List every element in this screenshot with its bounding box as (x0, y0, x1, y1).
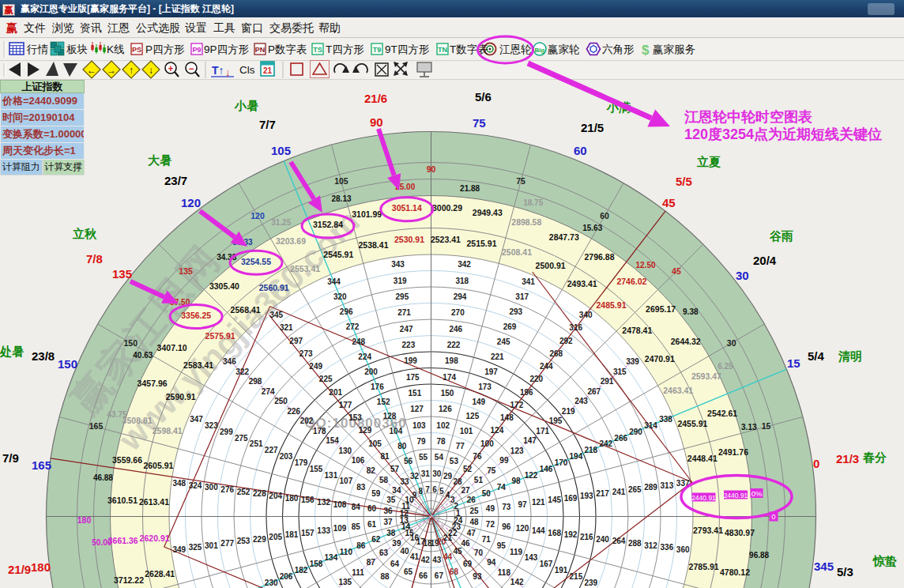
svg-text:169: 169 (564, 494, 578, 503)
svg-text:T9: T9 (373, 46, 382, 54)
svg-text:198: 198 (445, 356, 458, 365)
svg-text:271: 271 (397, 308, 411, 317)
svg-text:58: 58 (379, 476, 389, 484)
svg-text:96: 96 (502, 522, 511, 531)
svg-text:5: 5 (439, 487, 444, 496)
svg-text:15.63: 15.63 (582, 224, 602, 232)
svg-text:192: 192 (564, 530, 578, 539)
svg-text:2560.91: 2560.91 (259, 283, 289, 292)
svg-text:119: 119 (510, 548, 523, 556)
svg-text:300: 300 (205, 483, 218, 492)
svg-text:110: 110 (340, 548, 353, 556)
svg-text:3: 3 (450, 496, 455, 504)
svg-text:244: 244 (540, 362, 553, 371)
svg-text:5/3: 5/3 (837, 565, 853, 579)
svg-text:60: 60 (600, 211, 609, 220)
svg-text:267: 267 (587, 387, 601, 396)
svg-text:45: 45 (453, 547, 462, 556)
svg-text:120: 120 (250, 211, 265, 220)
svg-text:+: + (168, 63, 173, 74)
svg-text:203: 203 (280, 452, 293, 461)
svg-text:248: 248 (352, 337, 365, 346)
svg-text:0: 0 (813, 457, 819, 470)
svg-text:15: 15 (787, 356, 800, 370)
svg-text:105: 105 (368, 439, 382, 448)
svg-text:43.75: 43.75 (107, 410, 126, 419)
svg-text:338: 338 (659, 415, 672, 424)
svg-text:120: 120 (516, 524, 529, 533)
svg-text:6: 6 (432, 485, 437, 494)
svg-text:3.13: 3.13 (741, 423, 757, 432)
svg-text:318: 318 (455, 277, 469, 285)
svg-text:275: 275 (235, 434, 248, 443)
svg-text:135: 135 (112, 267, 132, 281)
svg-text:28.13: 28.13 (331, 194, 351, 203)
svg-text:130: 130 (338, 447, 352, 455)
svg-text:165: 165 (32, 458, 51, 472)
svg-text:74: 74 (497, 483, 507, 492)
svg-text:37: 37 (383, 518, 393, 526)
svg-text:131: 131 (325, 471, 338, 480)
svg-text:124: 124 (491, 426, 504, 435)
svg-text:30: 30 (432, 469, 442, 478)
svg-text:239: 239 (584, 579, 597, 587)
svg-text:23/8: 23/8 (32, 349, 55, 363)
svg-text:240: 240 (596, 535, 609, 544)
svg-text:344: 344 (327, 277, 341, 286)
svg-text:56: 56 (404, 457, 413, 466)
svg-text:147: 147 (523, 436, 537, 445)
svg-text:143: 143 (525, 553, 538, 562)
svg-text:319: 319 (394, 277, 407, 285)
svg-text:152: 152 (377, 398, 390, 406)
svg-text:73: 73 (502, 503, 511, 511)
svg-text:24: 24 (454, 516, 463, 525)
svg-text:83: 83 (356, 483, 366, 492)
svg-text:60: 60 (574, 144, 587, 157)
svg-text:21: 21 (263, 66, 273, 75)
svg-text:168: 168 (548, 529, 561, 537)
svg-text:337: 337 (676, 479, 690, 488)
svg-text:谷雨: 谷雨 (769, 229, 793, 243)
svg-text:315: 315 (613, 368, 627, 376)
svg-text:182: 182 (295, 566, 308, 575)
svg-text:250: 250 (274, 397, 288, 405)
svg-text:321: 321 (280, 323, 293, 332)
svg-text:春分: 春分 (862, 450, 887, 464)
svg-text:板块: 板块 (66, 43, 88, 55)
svg-text:65: 65 (404, 567, 413, 576)
svg-text:157: 157 (301, 529, 315, 537)
svg-text:P9: P9 (192, 46, 201, 54)
svg-text:294: 294 (454, 292, 467, 301)
svg-text:221: 221 (491, 352, 504, 361)
svg-text:218: 218 (584, 446, 597, 454)
svg-text:293: 293 (509, 307, 522, 316)
svg-text:93: 93 (473, 572, 482, 581)
svg-text:253: 253 (237, 537, 250, 545)
svg-text:269: 269 (503, 322, 517, 331)
svg-text:43: 43 (432, 556, 442, 564)
svg-text:178: 178 (313, 427, 326, 435)
svg-text:95: 95 (497, 541, 507, 550)
svg-text:173: 173 (478, 383, 492, 391)
svg-text:赢家轮: 赢家轮 (548, 43, 580, 55)
svg-text:107: 107 (340, 477, 353, 485)
svg-text:6.25: 6.25 (718, 362, 733, 371)
svg-text:339: 339 (626, 357, 639, 366)
svg-text:193: 193 (580, 492, 593, 500)
svg-text:103: 103 (412, 421, 426, 430)
svg-text:179: 179 (295, 458, 308, 467)
svg-text:71: 71 (482, 535, 492, 544)
svg-text:9T四方形: 9T四方形 (385, 43, 430, 55)
svg-text:204: 204 (269, 492, 282, 500)
svg-text:273: 273 (299, 349, 313, 358)
svg-text:224: 224 (358, 352, 371, 361)
svg-text:44: 44 (443, 552, 453, 561)
svg-text:129: 129 (359, 426, 372, 435)
svg-text:242: 242 (599, 439, 612, 448)
svg-text:222: 222 (447, 341, 461, 349)
svg-text:109: 109 (333, 524, 347, 533)
svg-text:4: 4 (446, 491, 450, 499)
svg-text:4830.97: 4830.97 (725, 528, 755, 537)
svg-text:90: 90 (370, 115, 383, 129)
svg-text:191: 191 (555, 566, 568, 575)
